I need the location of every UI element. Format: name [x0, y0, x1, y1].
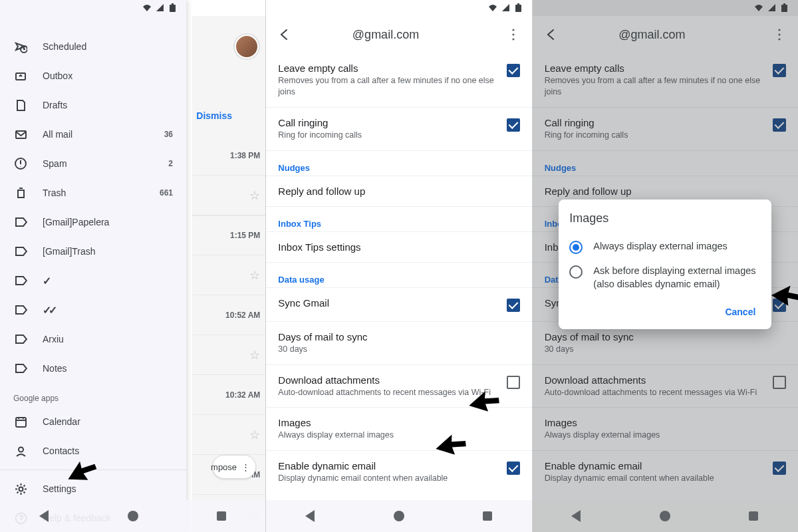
- signal-icon: [501, 3, 511, 13]
- nav-home-icon[interactable]: [657, 508, 673, 524]
- mail-list-peek: Dismiss 1:38 PM ☆ 1:15 PM ☆ 10:52 AM ☆ 1…: [192, 16, 265, 532]
- wifi-icon: [488, 3, 497, 13]
- contacts-icon: [13, 444, 28, 458]
- android-navbar: [533, 500, 798, 532]
- drawer-item-outbox[interactable]: Outbox: [0, 61, 186, 90]
- settings-row[interactable]: Days of mail to sync30 days: [266, 321, 531, 364]
- status-bar: [266, 0, 531, 16]
- dialog-title: Images: [569, 211, 761, 225]
- drawer-item--[interactable]: ✓✓: [0, 295, 186, 325]
- cancel-button[interactable]: Cancel: [720, 301, 761, 323]
- nav-recent-icon[interactable]: [479, 508, 495, 524]
- row-subtitle: Always display external images: [278, 430, 519, 441]
- row-title: Sync Gmail: [278, 297, 498, 309]
- nav-back-icon[interactable]: [37, 508, 53, 524]
- row-title: Images: [278, 417, 519, 428]
- android-navbar: [0, 500, 265, 532]
- status-bar: [0, 0, 186, 16]
- checkbox[interactable]: [507, 462, 520, 475]
- nav-back-icon[interactable]: [303, 508, 319, 524]
- count-badge: 2: [168, 159, 173, 168]
- star-icon[interactable]: ☆: [249, 268, 260, 283]
- row-title: Enable dynamic email: [278, 460, 498, 471]
- drawer-item-label: Arxiu: [43, 334, 173, 344]
- battery-icon: [169, 3, 178, 13]
- drawer-item-arxiu[interactable]: Arxiu: [0, 325, 186, 354]
- compose-button[interactable]: mpose ⋮: [212, 455, 256, 479]
- checkbox[interactable]: [507, 64, 520, 77]
- drawer-item-label: Trash: [43, 188, 145, 198]
- drawer-item-label: [Gmail]Trash: [43, 246, 173, 257]
- row-subtitle: Ring for incoming calls: [278, 130, 498, 141]
- checkbox[interactable]: [507, 299, 520, 312]
- nav-recent-icon[interactable]: [745, 508, 761, 524]
- drawer-item-label: Contacts: [43, 446, 173, 456]
- drawer-item-label: Calendar: [43, 416, 173, 427]
- row-subtitle: Display dynamic email content when avail…: [278, 473, 498, 484]
- dismiss-button[interactable]: Dismiss: [196, 110, 265, 121]
- avatar[interactable]: [235, 35, 259, 59]
- settings-row[interactable]: Call ringingRing for incoming calls: [266, 107, 531, 150]
- drawer-item--gmail-papelera[interactable]: [Gmail]Papelera: [0, 207, 186, 237]
- settings-row[interactable]: ImagesAlways display external images: [266, 407, 531, 450]
- label-icon: [13, 244, 28, 259]
- spam-icon: [13, 156, 28, 171]
- row-title: Days of mail to sync: [278, 331, 519, 342]
- drawer-item--gmail-trash[interactable]: [Gmail]Trash: [0, 237, 186, 266]
- drawer-item-contacts[interactable]: Contacts: [0, 436, 186, 466]
- radio-icon[interactable]: [569, 265, 583, 279]
- nav-back-icon[interactable]: [569, 508, 585, 524]
- drawer-item-label: Outbox: [43, 70, 173, 81]
- row-title: Download attachments: [278, 374, 498, 386]
- drawer-item-spam[interactable]: Spam2: [0, 149, 186, 178]
- star-icon[interactable]: ☆: [249, 428, 260, 442]
- dialog-option[interactable]: Ask before displaying external images (a…: [569, 259, 761, 296]
- star-icon[interactable]: ☆: [249, 188, 260, 203]
- section-header: Data usage: [266, 262, 531, 287]
- drawer-item-all-mail[interactable]: All mail36: [0, 120, 186, 149]
- dialog-option[interactable]: Always display external images: [569, 235, 761, 259]
- nav-home-icon[interactable]: [391, 508, 407, 524]
- panel-drawer: Dismiss 1:38 PM ☆ 1:15 PM ☆ 10:52 AM ☆ 1…: [0, 0, 266, 532]
- drafts-icon: [13, 98, 28, 112]
- battery-icon: [515, 3, 524, 13]
- settings-row[interactable]: Sync Gmail: [266, 287, 531, 321]
- overflow-button[interactable]: [500, 21, 527, 48]
- android-navbar: [266, 500, 531, 532]
- settings-row[interactable]: Enable dynamic emailDisplay dynamic emai…: [266, 450, 531, 493]
- row-title: Leave empty calls: [278, 63, 498, 74]
- settings-row[interactable]: Download attachmentsAuto-download attach…: [266, 364, 531, 408]
- drawer-item-label: ✓: [43, 275, 173, 287]
- row-title: Reply and follow up: [278, 186, 519, 197]
- nav-home-icon[interactable]: [125, 508, 141, 524]
- drawer-item-settings[interactable]: Settings: [0, 474, 186, 503]
- outbox-icon: [13, 68, 28, 83]
- settings-row[interactable]: Reply and follow up: [266, 176, 531, 206]
- panel-settings: @gmail.com Leave empty callsRemoves you …: [266, 0, 532, 532]
- drawer-item-drafts[interactable]: Drafts: [0, 90, 186, 120]
- radio-icon[interactable]: [569, 241, 583, 254]
- wifi-icon: [142, 3, 152, 13]
- drawer-item-calendar[interactable]: Calendar: [0, 407, 186, 436]
- drawer-item-trash[interactable]: Trash661: [0, 178, 186, 207]
- count-badge: 661: [160, 188, 173, 198]
- checkbox[interactable]: [507, 118, 520, 132]
- app-bar: @gmail.com: [266, 16, 531, 53]
- settings-row[interactable]: Leave empty callsRemoves you from a call…: [266, 53, 531, 107]
- drawer-section-header: Google apps: [0, 383, 186, 407]
- nav-recent-icon[interactable]: [213, 508, 229, 524]
- star-icon[interactable]: ☆: [249, 348, 260, 362]
- drawer-item-scheduled[interactable]: Scheduled: [0, 32, 186, 61]
- label-icon: [13, 303, 28, 317]
- row-title: Call ringing: [278, 117, 498, 128]
- drawer-item-label: ✓✓: [43, 304, 173, 317]
- checkbox[interactable]: [507, 376, 520, 389]
- label-icon: [13, 273, 28, 288]
- settings-row[interactable]: Inbox Tips settings: [266, 231, 531, 262]
- drawer-item-notes[interactable]: Notes: [0, 354, 186, 383]
- drawer-item--[interactable]: ✓: [0, 266, 186, 295]
- count-badge: 36: [164, 130, 173, 139]
- drawer-item-label: Settings: [43, 483, 173, 494]
- drawer-item-label: Notes: [43, 363, 173, 374]
- trash-icon: [13, 186, 28, 200]
